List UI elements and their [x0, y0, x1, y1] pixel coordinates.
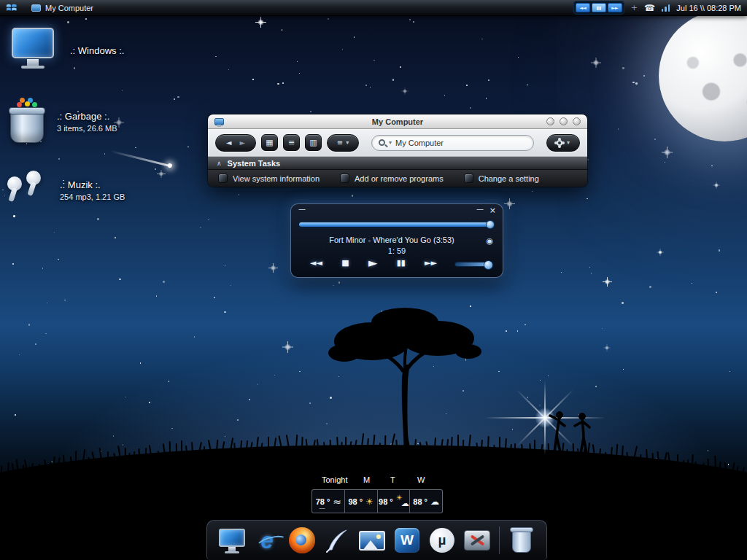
star	[64, 300, 66, 301]
sparkle-star	[713, 182, 720, 189]
desktop-icon-windows[interactable]: .: Windows :.	[10, 28, 124, 73]
repeat-target-icon[interactable]: ◉	[486, 236, 493, 246]
search-input[interactable]: ▾ My Computer	[371, 135, 534, 151]
star	[602, 328, 603, 330]
desktop-icon-muzik[interactable]: .: Muzik :. 254 mp3, 1.21 GB	[6, 169, 125, 211]
forward-button[interactable]: ►►	[425, 258, 437, 268]
utorrent-icon: µ	[430, 528, 454, 553]
clock[interactable]: Jul 16 \\ 08:28 PM	[676, 4, 741, 12]
pictures-icon	[359, 531, 385, 551]
my-computer-icon	[10, 28, 57, 73]
quill-icon	[325, 528, 349, 553]
list-view-button[interactable]: ≡	[283, 134, 300, 151]
star	[310, 111, 311, 112]
sparkle-star	[591, 58, 601, 68]
taskbar-tray: ◄◄ ▮▮ ►► + ☎ Jul 16 \\ 08:28 PM	[573, 1, 741, 15]
dock-item-tools[interactable]	[462, 525, 492, 556]
sparkle-star	[401, 88, 409, 95]
media-pause-button[interactable]: ▮▮	[592, 3, 606, 12]
star	[177, 96, 179, 98]
minimize-icon[interactable]: —	[476, 205, 484, 213]
star	[85, 18, 87, 20]
media-player: — — × Fort Minor - Where'd You Go (3:53)…	[290, 203, 503, 278]
chevron-up-icon[interactable]: ∧	[217, 160, 222, 167]
task-label: View system information	[233, 174, 320, 183]
close-icon[interactable]: ×	[489, 206, 496, 215]
star	[622, 67, 624, 69]
forward-button[interactable]: ►	[240, 139, 246, 147]
dock-item-firefox[interactable]	[287, 525, 317, 556]
star	[135, 147, 136, 149]
explorer-toolbar: ◄ ► ▦ ≡ ▥ ≡ ▾ ▾ My Computer ▾	[208, 129, 587, 157]
recycle-bin-icon	[512, 531, 531, 553]
close-button[interactable]	[573, 117, 581, 125]
weather-widget[interactable]: Tonight M T W 78 ° ≈ — 98 ° ☀ 98 ° ☀ ☁	[311, 475, 443, 513]
dock-item-utorrent[interactable]: µ	[427, 525, 457, 556]
star	[58, 158, 60, 160]
dock: e W µ	[206, 520, 547, 560]
gear-icon	[557, 140, 562, 146]
dock-item-internet-explorer[interactable]: e	[252, 525, 282, 556]
minimize-button[interactable]	[546, 117, 554, 125]
earbuds-icon	[6, 169, 47, 211]
dock-item-pictures[interactable]	[357, 525, 387, 556]
task-view-system-information[interactable]: View system information	[218, 174, 320, 183]
dock-item-recycle-bin[interactable]	[506, 525, 537, 556]
star	[47, 303, 48, 304]
play-button[interactable]: ►	[368, 256, 377, 270]
internet-explorer-icon: e	[260, 529, 273, 552]
arrange-button[interactable]: ≡ ▾	[327, 134, 359, 152]
column-view-button[interactable]: ▥	[305, 134, 322, 151]
star	[104, 153, 106, 155]
taskbar-app-my-computer[interactable]: My Computer	[26, 2, 99, 14]
grid-view-button[interactable]: ▦	[261, 134, 278, 151]
pause-button[interactable]: ▮▮	[397, 258, 406, 268]
settings-button[interactable]: ▾	[546, 134, 580, 152]
seek-fill	[299, 222, 492, 227]
sun-icon: ☀	[365, 497, 374, 507]
media-prev-button[interactable]: ◄◄	[576, 3, 590, 12]
seek-bar[interactable]	[298, 221, 494, 228]
sparkle-star	[255, 17, 266, 28]
dock-item-quill[interactable]	[322, 525, 352, 556]
star	[506, 330, 507, 332]
cloud-icon: ☁	[430, 497, 439, 507]
dock-item-my-computer[interactable]	[217, 525, 247, 556]
start-button[interactable]	[6, 2, 18, 13]
media-next-button[interactable]: ►►	[608, 3, 622, 12]
signal-icon[interactable]	[662, 4, 670, 12]
star	[561, 272, 562, 273]
star	[12, 263, 14, 265]
phone-icon[interactable]: ☎	[644, 3, 655, 13]
system-tasks-header[interactable]: ∧ System Tasks	[208, 157, 587, 170]
stop-button[interactable]: ■	[341, 258, 349, 268]
dock-item-word[interactable]: W	[392, 525, 422, 556]
rewind-button[interactable]: ◄◄	[310, 258, 322, 268]
star	[643, 75, 646, 77]
seek-knob[interactable]	[486, 220, 495, 229]
back-button[interactable]: ◄	[226, 139, 232, 147]
task-add-remove-programs[interactable]: Add or remove programs	[340, 174, 444, 183]
system-tasks-title: System Tasks	[228, 159, 281, 168]
temperature: 88 °	[413, 497, 427, 506]
sun-cloud-icon: ☀ ☁	[396, 496, 409, 507]
nav-buttons[interactable]: ◄ ►	[215, 134, 256, 152]
star	[517, 330, 519, 332]
star	[119, 279, 121, 281]
star	[282, 82, 284, 84]
volume-slider[interactable]	[454, 262, 492, 267]
moon	[659, 10, 747, 141]
firefox-icon	[289, 527, 315, 553]
tree-silhouette	[328, 300, 481, 455]
tray-media-controls: ◄◄ ▮▮ ►►	[573, 1, 624, 15]
star	[374, 60, 375, 61]
tray-expand-icon[interactable]: +	[631, 3, 638, 12]
maximize-button[interactable]	[560, 117, 568, 125]
desktop-icon-garbage[interactable]: .: Garbage :. 3 items, 26.6 MB	[10, 101, 117, 143]
star	[28, 324, 31, 326]
minimize-icon[interactable]: —	[298, 205, 306, 213]
task-change-setting[interactable]: Change a setting	[464, 174, 539, 183]
star	[392, 79, 395, 81]
window-titlebar[interactable]: My Computer	[208, 114, 587, 129]
desktop: .: Windows :. .: Garbage :. 3 items, 26.…	[0, 0, 747, 560]
